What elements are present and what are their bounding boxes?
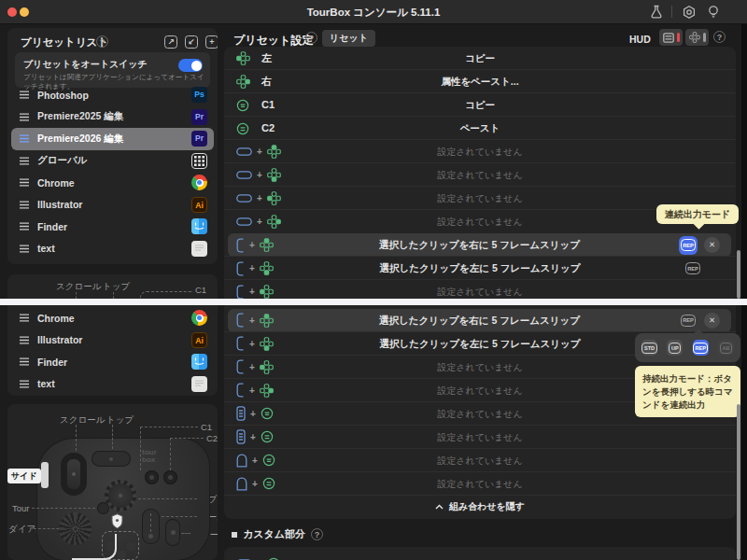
hud-dpad-toggle[interactable] (685, 29, 709, 46)
finder-app-icon (191, 354, 207, 370)
ring-button-icon (262, 477, 275, 490)
mode-rep-button[interactable]: REP (693, 340, 709, 356)
preset-list-title: プリセットリスト (21, 35, 108, 49)
hud-help-icon[interactable]: ? (713, 31, 726, 43)
drag-handle-icon (19, 380, 30, 388)
c1-button[interactable] (145, 470, 159, 484)
preset-item-illustrator[interactable]: Illustrator Ai (11, 329, 214, 352)
preset-list-panel: プリセットリスト ? ↗ ↙ + プリセットをオートスイッチ プリセットは関連ア… (7, 28, 218, 264)
lab-flask-icon[interactable] (649, 5, 664, 20)
drag-handle-icon (19, 245, 30, 253)
preset-item-chrome[interactable]: Chrome (11, 172, 214, 194)
settings-icon[interactable] (682, 5, 697, 20)
tour-button[interactable] (97, 502, 109, 514)
dpad-left-icon (260, 285, 274, 299)
command-row-slip-left[interactable]: + 選択したクリップを左に 5 フレームスリップ REP (224, 257, 736, 280)
device-preview-panel: スクロール トップ C1 (7, 274, 218, 299)
mode-up-button[interactable]: UP (667, 340, 683, 356)
remove-command-button[interactable]: ✕ (704, 313, 720, 329)
scrollbar-thumb-top[interactable] (737, 250, 740, 299)
device-label-side: サイド (7, 469, 41, 483)
hud-list-toggle[interactable] (659, 29, 683, 46)
drag-handle-icon (19, 134, 30, 143)
command-rows-panel-top: 左 コピー 右 属性をペースト... C1 コピー C2 ペースト + 設定され… (224, 47, 736, 299)
add-preset-icon[interactable]: + (205, 35, 218, 49)
scroll-wheel[interactable] (61, 453, 87, 496)
hud-dpad-indicator (703, 33, 706, 42)
remove-command-button[interactable]: ✕ (704, 237, 720, 253)
premiere-app-icon: Pr (191, 131, 207, 147)
device-label-c2: C2 (206, 433, 218, 443)
preset-item-illustrator[interactable]: Illustrator Ai (11, 194, 214, 217)
leader-line (181, 533, 190, 534)
custom-section-help-icon[interactable]: ? (311, 528, 323, 540)
preset-item-premiere2025[interactable]: Premiere2025 編集 Pr (11, 106, 214, 129)
global-grid-icon (191, 153, 207, 169)
command-row-dome-ring[interactable]: + 設定されていません (224, 472, 736, 496)
preset-list-help-icon[interactable]: ? (96, 35, 108, 48)
device-diagram-panel: スクロール トップ C1 C2 Tour ノブ トール ダイアル ショート サイ… (7, 404, 218, 560)
preset-item-finder[interactable]: Finder (11, 216, 214, 238)
preset-item-premiere2026-selected[interactable]: Premiere2026 編集 Pr (11, 128, 214, 150)
knob[interactable] (105, 480, 136, 511)
preset-item-photoshop[interactable]: Photoshop Ps (11, 84, 214, 106)
leader-line (76, 425, 77, 451)
dpad-up-icon (267, 145, 281, 159)
command-row-tall-c2[interactable]: + 設定されていません (224, 426, 736, 449)
mode-ab-button[interactable]: AB (718, 340, 734, 356)
c2-button[interactable] (163, 470, 177, 484)
rep-mode-badge[interactable]: REP (684, 259, 702, 278)
reset-button[interactable]: リセット (322, 30, 375, 47)
preset-item-text[interactable]: text (11, 238, 214, 260)
rep-mode-badge[interactable]: REP (679, 236, 698, 255)
preset-item-global[interactable]: グローバル (11, 150, 214, 173)
hide-combinations-button[interactable]: 組み合わせを隠す (224, 496, 736, 520)
preset-item-text[interactable]: text (11, 373, 214, 396)
dpad-down-icon (260, 337, 274, 351)
tall-key-icon (236, 429, 246, 444)
command-row-slip-right[interactable]: + 選択したクリップを右に 5 フレームスリップ REP✕ (228, 233, 731, 257)
command-row-c2[interactable]: C2 ペースト (224, 117, 736, 140)
tall-button[interactable] (142, 509, 160, 544)
mode-description-tooltip: 持続出力モード：ボタンを長押しする時コマンドを連続出力 (635, 366, 740, 417)
drag-handle-icon (19, 91, 30, 99)
scrollbar-thumb-bottom[interactable] (737, 404, 740, 560)
command-row-pill-dpad-up[interactable]: + 設定されていません (224, 140, 736, 163)
lightbulb-icon[interactable] (706, 5, 721, 20)
c1-button-icon (261, 407, 274, 420)
command-row-dome-ring[interactable]: + 設定されていません (224, 449, 736, 472)
hud-label: HUD (629, 34, 651, 45)
command-row-left[interactable]: 左 コピー (224, 47, 736, 70)
c2-button-icon (261, 430, 274, 443)
rep-mode-badge[interactable]: REP (679, 311, 698, 329)
command-row-bracket-dpad-left[interactable]: + 設定されていません (224, 280, 736, 299)
drag-handle-icon (19, 157, 30, 165)
preset-item-finder[interactable]: Finder (11, 351, 214, 373)
bracket-key-icon (236, 261, 245, 276)
command-row-slip-right[interactable]: + 選択したクリップを右に 5 フレームスリップ REP✕ (228, 309, 731, 332)
import-preset-icon[interactable]: ↙ (185, 35, 198, 49)
drag-handle-icon (19, 336, 30, 344)
window-title: TourBox コンソール 5.11.1 (0, 0, 747, 24)
export-preset-icon[interactable]: ↗ (164, 35, 177, 49)
autoswitch-toggle[interactable] (178, 59, 203, 72)
dpad-right-icon (267, 215, 281, 229)
leader-line (170, 438, 171, 470)
leader-line (140, 427, 141, 470)
pill-key-icon (236, 217, 252, 226)
preset-item-chrome[interactable]: Chrome (11, 307, 214, 329)
dpad-right-icon (260, 384, 274, 398)
command-row-pill-dpad-down[interactable]: + 設定されていません (224, 163, 736, 187)
leader-line (170, 438, 204, 439)
command-row-c1[interactable]: C1 コピー (224, 93, 736, 117)
dpad-up-icon (260, 314, 274, 328)
short-button[interactable] (165, 519, 180, 546)
leader-line (162, 516, 197, 517)
mode-std-button[interactable]: STD (641, 340, 657, 356)
top-button[interactable] (92, 451, 131, 467)
drag-handle-icon (19, 357, 30, 366)
side-key[interactable] (41, 462, 49, 488)
command-row-right[interactable]: 右 属性をペースト... (224, 70, 736, 93)
preset-settings-help-icon[interactable]: ? (305, 32, 317, 44)
tall-key-icon (236, 406, 246, 421)
